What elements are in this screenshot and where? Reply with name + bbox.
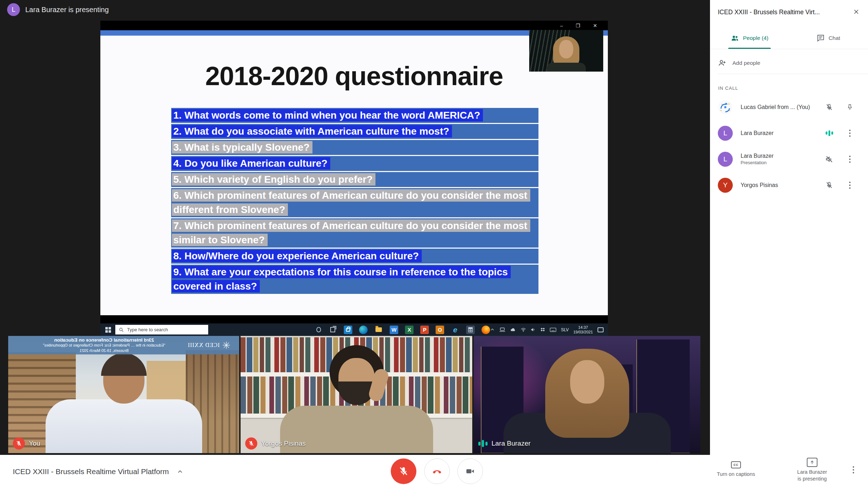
hangup-icon <box>431 465 443 477</box>
wifi-icon <box>521 328 526 332</box>
question-text: 8. How/Where do you experience American … <box>172 250 422 262</box>
question-text: 5. Which variety of English do you prefe… <box>172 173 375 186</box>
pin-button[interactable] <box>840 104 860 111</box>
participant-row[interactable]: L Lara Burazer <box>710 120 868 146</box>
word-icon: W <box>390 326 398 334</box>
mute-microphone-button[interactable] <box>391 458 416 484</box>
captions-icon: cc <box>731 461 741 468</box>
more-vertical-icon <box>849 130 851 137</box>
presenter-avatar: L <box>7 3 20 16</box>
tile-participant-name: Yorgos Pisinas <box>261 440 306 447</box>
captions-label: Turn on captions <box>706 471 766 478</box>
taskbar-clock: 14:37 19/03/2021 <box>573 325 593 334</box>
conference-banner-mirrored: ICED XXIII 23rd International Conference… <box>8 336 239 354</box>
question-row: 4. Do you like American culture? <box>171 156 538 171</box>
mic-off-badge <box>13 437 25 450</box>
powerpoint-icon: P <box>420 326 429 334</box>
participant-row[interactable]: Lucas Gabriel from ... (You) <box>710 94 868 120</box>
device-icon <box>499 327 505 332</box>
people-panel: ICED XXIII - Brussels Realtime Virt... P… <box>710 0 868 455</box>
participant-name: Yorgos Pisinas <box>741 182 819 188</box>
camera-button[interactable] <box>457 458 483 484</box>
meet-window: L Lara Burazer is presenting – ❐ ✕ 2018-… <box>0 0 868 488</box>
presented-taskbar: Type here to search W X P O e <box>100 323 608 336</box>
mic-off-icon <box>248 440 254 447</box>
outlook-icon: O <box>436 326 444 334</box>
close-icon <box>853 9 859 15</box>
taskbar-search-placeholder: Type here to search <box>127 327 168 332</box>
speaker-icon <box>531 327 536 332</box>
microsoft-store-icon <box>344 326 352 334</box>
mic-off-icon <box>825 181 833 189</box>
presenting-status-line2: is presenting <box>782 476 842 482</box>
question-text: 2. What do you associate with American c… <box>172 125 452 137</box>
more-vertical-icon <box>853 466 854 473</box>
avatar <box>718 100 733 115</box>
conference-banner-line2: "Education in the … Pandemic Era: From C… <box>30 343 179 348</box>
participant-menu-button[interactable] <box>840 130 860 137</box>
keyboard-icon <box>550 328 556 332</box>
video-tile-lara[interactable]: Lara Burazer <box>474 336 700 453</box>
presenting-status-line1: Lara Burazer <box>782 469 842 476</box>
tile-participant-name: You <box>29 440 40 447</box>
action-center-icon <box>598 327 604 332</box>
cortana-icon <box>316 327 321 332</box>
turn-on-captions-button[interactable]: cc Turn on captions <box>706 461 766 478</box>
more-vertical-icon <box>849 182 851 189</box>
tab-chat[interactable]: Chat <box>789 28 868 48</box>
mic-status <box>819 103 840 111</box>
volume-status <box>819 155 840 163</box>
participant-row[interactable]: L Lara Burazer Presentation <box>710 146 868 172</box>
question-row: 6. Which prominent features of American … <box>171 188 538 217</box>
participant-menu-button[interactable] <box>840 156 860 163</box>
taskbar-date: 19/03/2021 <box>573 330 593 334</box>
presenting-status-button[interactable]: Lara Burazer is presenting <box>782 458 842 482</box>
tab-people[interactable]: People (4) <box>710 28 789 48</box>
participant-menu-button[interactable] <box>840 182 860 189</box>
divider <box>710 49 868 49</box>
question-text: 9. What are your expectations for this c… <box>172 266 511 292</box>
slide: 2018-2020 questionnaire 1. What words co… <box>100 30 608 315</box>
participant-list: Lucas Gabriel from ... (You) L Lara Bura… <box>710 94 868 198</box>
question-text: 3. What is typically Slovene? <box>172 141 312 154</box>
close-window-icon: ✕ <box>593 23 597 28</box>
cloud-icon <box>510 328 516 332</box>
shared-screen-video[interactable]: – ❐ ✕ 2018-2020 questionnaire 1. What wo… <box>100 21 608 336</box>
starburst-icon <box>222 341 230 349</box>
audio-indicator <box>819 130 840 136</box>
person-add-icon <box>718 59 726 67</box>
question-row: 3. What is typically Slovene? <box>171 140 538 155</box>
minimize-icon: – <box>560 23 563 28</box>
mic-off-icon <box>398 466 409 477</box>
presenting-banner: L Lara Burazer is presenting <box>7 2 109 17</box>
add-people-button[interactable]: Add people <box>710 56 868 71</box>
mic-off-icon <box>16 440 22 447</box>
in-call-label: IN CALL <box>718 85 738 91</box>
question-list: 1. What words come to mind when you hear… <box>171 108 538 295</box>
question-row: 5. Which variety of English do you prefe… <box>171 172 538 187</box>
mic-off-icon <box>825 103 833 111</box>
volume-off-icon <box>825 155 833 163</box>
question-text: 7. Which prominent features of American … <box>172 219 530 246</box>
presented-window-titlebar: – ❐ ✕ <box>100 21 608 30</box>
chevron-up-icon <box>177 468 184 475</box>
avatar: L <box>718 126 733 141</box>
more-options-button[interactable] <box>853 466 854 473</box>
tile-label: Lara Burazer <box>478 437 531 450</box>
calculator-icon <box>466 326 475 334</box>
bottom-control-bar: ICED XXIII - Brussels Realtime Virtual P… <box>0 455 868 488</box>
avatar: L <box>718 152 733 167</box>
leave-call-button[interactable] <box>424 458 450 484</box>
tray-chevron-icon <box>490 327 495 332</box>
participant-row[interactable]: Y Yorgos Pisinas <box>710 172 868 198</box>
participant-name: Lara Burazer <box>741 153 819 159</box>
present-icon <box>807 458 817 467</box>
question-text: 4. Do you like American culture? <box>172 157 330 170</box>
video-tile-yorgos[interactable]: Yorgos Pisinas <box>241 336 472 453</box>
tile-participant-name: Lara Burazer <box>491 440 531 447</box>
close-panel-button[interactable] <box>851 6 862 17</box>
meeting-details-button[interactable]: ICED XXIII - Brussels Realtime Virtual P… <box>13 455 184 488</box>
video-tile-you[interactable]: ICED XXIII 23rd International Conference… <box>8 336 239 453</box>
dropbox-icon <box>540 327 545 332</box>
firefox-icon <box>482 326 490 334</box>
